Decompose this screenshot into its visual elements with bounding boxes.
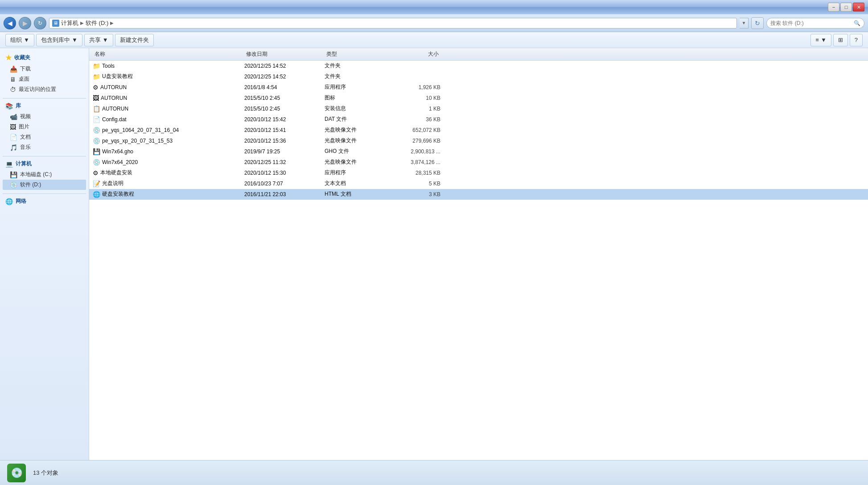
file-name: 光盘说明 bbox=[102, 180, 123, 187]
file-icon: 📁 bbox=[93, 62, 100, 70]
col-header-modified[interactable]: 修改日期 bbox=[244, 48, 325, 60]
sidebar-item-local-c[interactable]: 💾 本地磁盘 (C:) bbox=[3, 169, 86, 180]
organize-arrow-icon: ▼ bbox=[24, 37, 29, 43]
table-row[interactable]: 💿 pe_yqs_1064_20_07_31_16_04 2020/10/12 … bbox=[89, 125, 868, 136]
file-name-cell: 🖼 AUTORUN bbox=[93, 95, 244, 102]
file-date-cell: 2015/5/10 2:45 bbox=[244, 106, 325, 112]
file-type-cell: 图标 bbox=[325, 94, 387, 102]
file-name-cell: 📁 Tools bbox=[93, 62, 244, 70]
search-input[interactable] bbox=[770, 20, 852, 26]
table-row[interactable]: 💾 Win7x64.gho 2019/9/7 19:25 GHO 文件 2,90… bbox=[89, 146, 868, 157]
share-button[interactable]: 共享 ▼ bbox=[84, 34, 113, 46]
sidebar-item-picture[interactable]: 🖼 图片 bbox=[3, 122, 86, 132]
view-button[interactable]: ≡ ▼ bbox=[810, 34, 831, 46]
main-content: ★ 收藏夹 📥 下载 🖥 桌面 ⏱ 最近访问的位置 📚 库 bbox=[0, 48, 868, 460]
network-header[interactable]: 🌐 网络 bbox=[3, 196, 86, 207]
table-row[interactable]: 📝 光盘说明 2016/10/23 7:07 文本文档 5 KB bbox=[89, 178, 868, 189]
music-label: 音乐 bbox=[20, 144, 31, 151]
sidebar-item-recent[interactable]: ⏱ 最近访问的位置 bbox=[3, 84, 86, 95]
file-area: 名称 修改日期 类型 大小 📁 Tools 2020/12/25 14:52 文… bbox=[89, 48, 868, 460]
refresh-button-2[interactable]: ↻ bbox=[751, 17, 764, 29]
file-date-cell: 2020/10/12 15:41 bbox=[244, 127, 325, 133]
help-button[interactable]: ? bbox=[850, 34, 863, 46]
file-size-cell: 28,315 KB bbox=[387, 170, 440, 176]
divider-1 bbox=[3, 98, 86, 99]
file-size-cell: 2,900,813 ... bbox=[387, 148, 440, 155]
file-date-cell: 2020/12/25 14:52 bbox=[244, 74, 325, 80]
file-name-cell: 📄 Config.dat bbox=[93, 116, 244, 123]
desktop-icon: 🖥 bbox=[10, 76, 16, 83]
sidebar-item-music[interactable]: 🎵 音乐 bbox=[3, 142, 86, 152]
table-row[interactable]: 📁 Tools 2020/12/25 14:52 文件夹 bbox=[89, 61, 868, 71]
computer-header[interactable]: 💻 计算机 bbox=[3, 158, 86, 169]
picture-label: 图片 bbox=[19, 123, 29, 131]
table-row[interactable]: ⚙ 本地硬盘安装 2020/10/12 15:30 应用程序 28,315 KB bbox=[89, 168, 868, 178]
breadcrumb-drive[interactable]: 软件 (D:) bbox=[86, 19, 108, 27]
col-header-type[interactable]: 类型 bbox=[325, 48, 387, 60]
table-row[interactable]: ⚙ AUTORUN 2016/1/8 4:54 应用程序 1,926 KB bbox=[89, 82, 868, 93]
star-icon: ★ bbox=[5, 53, 12, 62]
table-row[interactable]: 📄 Config.dat 2020/10/12 15:42 DAT 文件 36 … bbox=[89, 114, 868, 125]
file-name: Win7x64_2020 bbox=[102, 159, 138, 165]
table-row[interactable]: 📁 U盘安装教程 2020/12/25 14:52 文件夹 bbox=[89, 71, 868, 82]
column-headers: 名称 修改日期 类型 大小 bbox=[89, 48, 868, 61]
forward-button[interactable]: ▶ bbox=[19, 17, 31, 29]
favorites-header[interactable]: ★ 收藏夹 bbox=[3, 52, 86, 64]
file-date-cell: 2020/12/25 11:32 bbox=[244, 159, 325, 165]
sidebar-item-download[interactable]: 📥 下载 bbox=[3, 64, 86, 74]
table-row[interactable]: 📋 AUTORUN 2015/5/10 2:45 安装信息 1 KB bbox=[89, 103, 868, 114]
table-row[interactable]: 💿 pe_yqs_xp_20_07_31_15_53 2020/10/12 15… bbox=[89, 136, 868, 146]
maximize-button[interactable]: □ bbox=[840, 3, 852, 12]
file-name: U盘安装教程 bbox=[102, 73, 133, 80]
table-row[interactable]: 🖼 AUTORUN 2015/5/10 2:45 图标 10 KB bbox=[89, 93, 868, 103]
back-button[interactable]: ◀ bbox=[4, 17, 16, 29]
video-label: 视频 bbox=[20, 113, 31, 120]
download-icon: 📥 bbox=[10, 66, 17, 73]
close-button[interactable]: ✕ bbox=[853, 3, 864, 12]
file-name-cell: ⚙ AUTORUN bbox=[93, 84, 244, 91]
table-row[interactable]: 💿 Win7x64_2020 2020/12/25 11:32 光盘映像文件 3… bbox=[89, 157, 868, 168]
sidebar-item-video[interactable]: 📹 视频 bbox=[3, 111, 86, 122]
file-name: Config.dat bbox=[102, 116, 127, 123]
organize-button[interactable]: 组织 ▼ bbox=[5, 34, 34, 46]
file-name: 本地硬盘安装 bbox=[100, 169, 132, 177]
address-dropdown[interactable]: ▼ bbox=[740, 18, 749, 29]
new-folder-label: 新建文件夹 bbox=[120, 36, 149, 44]
sidebar-item-drive-d[interactable]: 💿 软件 (D:) bbox=[3, 180, 86, 190]
sidebar-item-document[interactable]: 📄 文档 bbox=[3, 132, 86, 142]
file-name: Win7x64.gho bbox=[102, 148, 133, 155]
breadcrumb-computer[interactable]: 计算机 bbox=[61, 19, 78, 27]
file-icon: 💿 bbox=[93, 127, 100, 134]
col-header-size[interactable]: 大小 bbox=[387, 48, 440, 60]
download-label: 下载 bbox=[20, 65, 31, 73]
layout-button[interactable]: ⊞ bbox=[833, 34, 848, 46]
search-box[interactable]: 🔍 bbox=[766, 18, 864, 29]
table-row[interactable]: 🌐 硬盘安装教程 2016/11/21 22:03 HTML 文档 3 KB bbox=[89, 189, 868, 200]
library-header[interactable]: 📚 库 bbox=[3, 100, 86, 111]
file-date-cell: 2016/11/21 22:03 bbox=[244, 191, 325, 197]
col-header-name[interactable]: 名称 bbox=[93, 48, 244, 60]
network-section-icon: 🌐 bbox=[5, 198, 13, 205]
file-size-cell: 3 KB bbox=[387, 191, 440, 197]
new-folder-button[interactable]: 新建文件夹 bbox=[115, 34, 154, 46]
music-icon: 🎵 bbox=[10, 144, 17, 151]
file-type-cell: 安装信息 bbox=[325, 105, 387, 112]
minimize-button[interactable]: − bbox=[828, 3, 839, 12]
refresh-button[interactable]: ↻ bbox=[34, 17, 46, 29]
computer-label: 计算机 bbox=[16, 160, 32, 168]
include-library-button[interactable]: 包含到库中 ▼ bbox=[36, 34, 82, 46]
status-bar: 💿 13 个对象 bbox=[0, 460, 868, 485]
file-name-cell: 💿 pe_yqs_1064_20_07_31_16_04 bbox=[93, 127, 244, 134]
share-arrow-icon: ▼ bbox=[103, 37, 108, 43]
file-size-cell: 279,696 KB bbox=[387, 138, 440, 144]
breadcrumb-bar[interactable]: 🖥 计算机 ▶ 软件 (D:) ▶ bbox=[49, 18, 737, 29]
file-type-cell: 应用程序 bbox=[325, 169, 387, 177]
toolbar: 组织 ▼ 包含到库中 ▼ 共享 ▼ 新建文件夹 ≡ ▼ ⊞ ? bbox=[0, 32, 868, 48]
file-size-cell: 5 KB bbox=[387, 181, 440, 187]
file-size-cell: 652,072 KB bbox=[387, 127, 440, 133]
view-arrow-icon: ▼ bbox=[821, 37, 827, 43]
sidebar-item-desktop[interactable]: 🖥 桌面 bbox=[3, 74, 86, 84]
file-date-cell: 2020/10/12 15:36 bbox=[244, 138, 325, 144]
network-section: 🌐 网络 bbox=[3, 196, 86, 207]
file-name-cell: 💾 Win7x64.gho bbox=[93, 148, 244, 155]
